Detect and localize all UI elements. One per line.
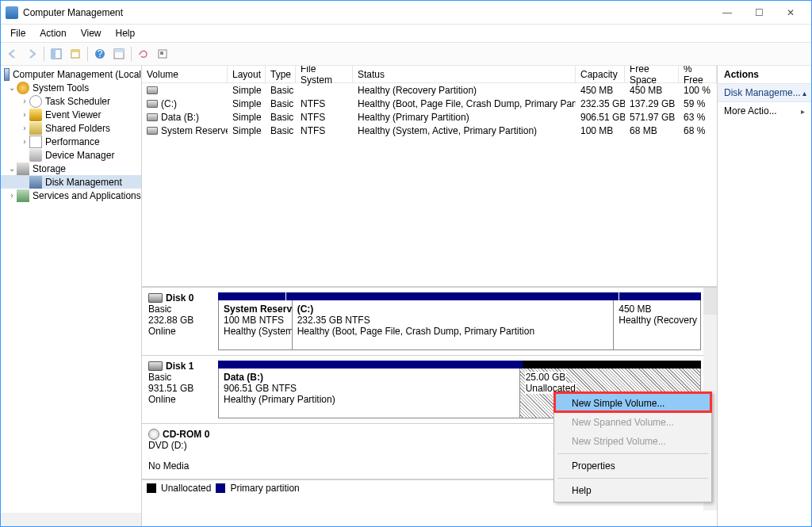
menu-properties[interactable]: Properties — [556, 456, 710, 475]
properties-button[interactable] — [67, 45, 84, 63]
back-button[interactable] — [4, 45, 21, 63]
menu-view[interactable]: View — [75, 26, 108, 40]
volume-list-header: Volume Layout Type File System Status Ca… — [142, 66, 717, 83]
tree-shared-folders[interactable]: ›Shared Folders — [1, 121, 141, 135]
volume-row[interactable]: SimpleBasicHealthy (Recovery Partition)4… — [142, 83, 717, 97]
cell: 100 MB — [576, 125, 625, 136]
menubar: File Action View Help — [1, 25, 811, 42]
partition-recovery[interactable]: 450 MBHealthy (Recovery Partitio — [614, 300, 700, 349]
volume-row[interactable]: System ReservedSimpleBasicNTFSHealthy (S… — [142, 124, 717, 137]
volume-icon — [147, 127, 158, 135]
tree-label: Storage — [33, 163, 66, 174]
cdrom-icon — [148, 429, 159, 440]
disk-name: Disk 0 — [166, 292, 193, 304]
expand-icon[interactable]: › — [20, 137, 29, 146]
tree-storage[interactable]: ⌄Storage — [1, 162, 141, 175]
forward-button[interactable] — [23, 45, 40, 63]
disk-label[interactable]: Disk 0 Basic 232.88 GB Online — [142, 288, 218, 355]
col-layout[interactable]: Layout — [228, 66, 266, 82]
device-icon — [29, 149, 42, 162]
actions-section-disk-management[interactable]: Disk Manageme... — [718, 84, 811, 102]
tree-pane: Computer Management (Local ⌄System Tools… — [1, 66, 142, 526]
volume-icon — [147, 113, 158, 121]
cell: Healthy (Primary Partition) — [353, 112, 576, 123]
actions-header: Actions — [718, 66, 811, 84]
partition-data-b[interactable]: Data (B:)906.51 GB NTFSHealthy (Primary … — [219, 369, 520, 418]
partition-band — [218, 292, 285, 300]
col-status[interactable]: Status — [353, 66, 576, 82]
volume-icon — [147, 86, 158, 94]
storage-icon — [17, 162, 29, 175]
toolbar: ? — [1, 42, 811, 66]
volume-row[interactable]: (C:)SimpleBasicNTFSHealthy (Boot, Page F… — [142, 97, 717, 110]
legend-swatch-primary — [216, 483, 225, 493]
tree-root[interactable]: Computer Management (Local — [1, 67, 141, 81]
expand-icon[interactable]: › — [20, 97, 29, 105]
menu-help[interactable]: Help — [556, 481, 710, 500]
col-volume[interactable]: Volume — [142, 66, 228, 82]
view-top-button[interactable] — [110, 45, 128, 63]
tree-label: Performance — [45, 136, 100, 147]
cell: 906.51 GB — [576, 112, 625, 123]
help-button[interactable]: ? — [91, 45, 109, 63]
collapse-icon[interactable]: ⌄ — [7, 164, 17, 173]
disk-icon — [148, 361, 163, 371]
minimize-button[interactable]: — — [711, 2, 743, 24]
disk-label[interactable]: CD-ROM 0 DVD (D:) No Media — [142, 424, 218, 479]
tree-disk-management[interactable]: Disk Management — [1, 175, 141, 189]
volume-row[interactable]: Data (B:)SimpleBasicNTFSHealthy (Primary… — [142, 110, 717, 124]
part-info: 232.35 GB NTFS — [297, 315, 609, 326]
disk-row-0: Disk 0 Basic 232.88 GB Online System Res… — [142, 288, 717, 356]
cell: Basic — [266, 112, 296, 123]
menu-action[interactable]: Action — [33, 26, 72, 40]
expand-icon[interactable]: › — [7, 191, 17, 200]
context-menu: New Simple Volume... New Spanned Volume.… — [553, 391, 712, 502]
menu-new-simple-volume[interactable]: New Simple Volume... — [556, 394, 710, 413]
expand-icon[interactable]: › — [20, 110, 29, 119]
cell: NTFS — [296, 98, 353, 109]
col-freespace[interactable]: Free Space — [625, 66, 679, 82]
performance-icon — [29, 136, 42, 148]
tree-services[interactable]: ›Services and Applications — [1, 189, 141, 202]
cell: 100 % — [679, 85, 717, 96]
cell: NTFS — [296, 125, 353, 136]
collapse-icon — [801, 87, 806, 98]
actions-more-link[interactable]: More Actio... — [718, 102, 811, 120]
expand-icon[interactable]: › — [20, 124, 29, 132]
close-button[interactable]: ✕ — [775, 2, 806, 24]
settings-button[interactable] — [154, 45, 171, 63]
horizontal-scrollbar[interactable] — [1, 513, 141, 526]
partition-c[interactable]: (C:)232.35 GB NTFSHealthy (Boot, Page Fi… — [293, 300, 615, 349]
tree-task-scheduler[interactable]: ›Task Scheduler — [1, 94, 141, 108]
disk-status: Online — [148, 326, 212, 337]
disk-label[interactable]: Disk 1 Basic 931.51 GB Online — [142, 356, 218, 423]
col-capacity[interactable]: Capacity — [576, 66, 625, 82]
tree-event-viewer[interactable]: ›Event Viewer — [1, 108, 141, 121]
tree-label: Shared Folders — [45, 123, 110, 134]
show-hide-tree-button[interactable] — [48, 45, 65, 63]
maximize-button[interactable]: ☐ — [743, 2, 775, 24]
cell: 68 MB — [625, 125, 679, 136]
col-type[interactable]: Type — [266, 66, 296, 82]
menu-file[interactable]: File — [4, 26, 32, 40]
volume-name: (C:) — [161, 98, 177, 109]
part-name: Data (B:) — [224, 372, 515, 383]
part-info: 100 MB NTFS — [224, 315, 287, 326]
cell: 450 MB — [625, 85, 679, 96]
partition-system-reserved[interactable]: System Reserved100 MB NTFSHealthy (Syste… — [219, 300, 293, 349]
actions-section-label: Disk Manageme... — [724, 87, 801, 98]
col-filesystem[interactable]: File System — [296, 66, 353, 82]
volume-list-body: SimpleBasicHealthy (Recovery Partition)4… — [142, 83, 717, 137]
refresh-button[interactable] — [135, 45, 152, 63]
partition-band — [218, 361, 523, 369]
tree-performance[interactable]: ›Performance — [1, 135, 141, 148]
tree-device-manager[interactable]: Device Manager — [1, 148, 141, 162]
menu-help[interactable]: Help — [109, 26, 142, 40]
tree-system-tools[interactable]: ⌄System Tools — [1, 81, 141, 94]
part-info: 906.51 GB NTFS — [224, 383, 515, 394]
col-pctfree[interactable]: % Free — [679, 66, 717, 82]
disk-name: Disk 1 — [166, 361, 193, 372]
collapse-icon[interactable]: ⌄ — [7, 83, 17, 92]
chevron-right-icon — [798, 105, 805, 116]
cell: Basic — [266, 85, 296, 96]
